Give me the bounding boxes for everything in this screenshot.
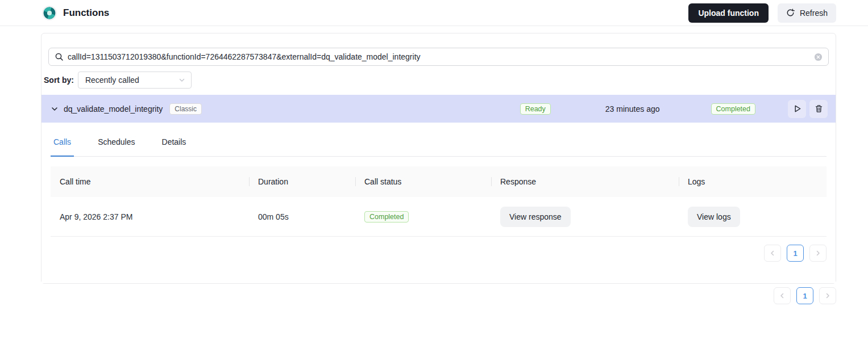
function-status-badge: Ready bbox=[520, 103, 551, 115]
refresh-icon bbox=[786, 9, 795, 17]
column-call-time: Call time bbox=[51, 177, 249, 186]
call-status-cell: Completed bbox=[355, 211, 491, 223]
calls-table: Call time Duration Call status Response … bbox=[51, 166, 827, 237]
call-time-value: Apr 9, 2026 2:37 PM bbox=[51, 212, 249, 221]
page-header: Functions Upload function Refresh bbox=[0, 0, 868, 26]
chevron-down-icon bbox=[178, 77, 185, 83]
search-box bbox=[48, 48, 829, 66]
functions-app-icon bbox=[42, 6, 57, 20]
header-actions: Upload function Refresh bbox=[688, 3, 836, 23]
tabs-row: Calls Schedules Details bbox=[51, 136, 827, 157]
next-page-button[interactable] bbox=[809, 245, 827, 262]
sort-by-label: Sort by: bbox=[44, 75, 74, 85]
sort-select[interactable]: Recently called bbox=[78, 72, 192, 89]
run-function-button[interactable] bbox=[788, 100, 806, 118]
tab-calls[interactable]: Calls bbox=[51, 136, 74, 157]
column-logs: Logs bbox=[679, 177, 827, 186]
function-type-badge: Classic bbox=[169, 103, 202, 115]
play-icon bbox=[792, 104, 802, 114]
upload-function-button[interactable]: Upload function bbox=[688, 3, 769, 23]
call-status-badge: Completed bbox=[364, 211, 409, 223]
refresh-button-label: Refresh bbox=[800, 9, 828, 18]
tab-details[interactable]: Details bbox=[159, 136, 189, 156]
function-panel: dq_validate_model_integrity Classic Read… bbox=[41, 95, 836, 283]
current-page-button[interactable]: 1 bbox=[796, 287, 813, 304]
function-last-call-status-badge: Completed bbox=[711, 103, 755, 115]
current-page-button[interactable]: 1 bbox=[787, 245, 804, 262]
logs-cell: View logs bbox=[679, 207, 827, 227]
calls-table-header: Call time Duration Call status Response … bbox=[51, 166, 827, 197]
function-panel-header[interactable]: dq_validate_model_integrity Classic Read… bbox=[41, 95, 836, 123]
next-page-button[interactable] bbox=[819, 287, 836, 304]
search-row bbox=[48, 48, 829, 66]
functions-list-card: Sort by: Recently called dq_validate_mod… bbox=[41, 33, 836, 284]
collapse-chevron-icon[interactable] bbox=[51, 105, 59, 113]
prev-page-button[interactable] bbox=[764, 245, 781, 262]
response-cell: View response bbox=[491, 207, 679, 227]
column-duration: Duration bbox=[249, 177, 355, 186]
clear-search-icon[interactable] bbox=[814, 53, 823, 61]
page-title: Functions bbox=[63, 7, 109, 19]
column-response: Response bbox=[491, 177, 679, 186]
sort-selected-value: Recently called bbox=[85, 75, 178, 85]
function-panel-content: Calls Schedules Details Call time Durati… bbox=[41, 123, 836, 283]
duration-value: 00m 05s bbox=[249, 212, 355, 221]
sort-row: Sort by: Recently called bbox=[44, 72, 836, 89]
function-name: dq_validate_model_integrity bbox=[64, 104, 163, 114]
function-last-called: 23 minutes ago bbox=[605, 104, 660, 114]
trash-icon bbox=[815, 104, 823, 113]
functions-list-pagination: 1 bbox=[41, 287, 836, 304]
calls-pagination: 1 bbox=[51, 245, 827, 283]
search-input[interactable] bbox=[68, 52, 814, 61]
search-icon bbox=[55, 52, 64, 61]
delete-function-button[interactable] bbox=[809, 100, 828, 118]
column-call-status: Call status bbox=[355, 177, 491, 186]
prev-page-button[interactable] bbox=[774, 287, 791, 304]
view-logs-button[interactable]: View logs bbox=[688, 207, 740, 227]
refresh-button[interactable]: Refresh bbox=[778, 3, 836, 23]
tab-schedules[interactable]: Schedules bbox=[95, 136, 138, 156]
table-row: Apr 9, 2026 2:37 PM 00m 05s Completed Vi… bbox=[51, 197, 827, 237]
view-response-button[interactable]: View response bbox=[500, 207, 571, 227]
